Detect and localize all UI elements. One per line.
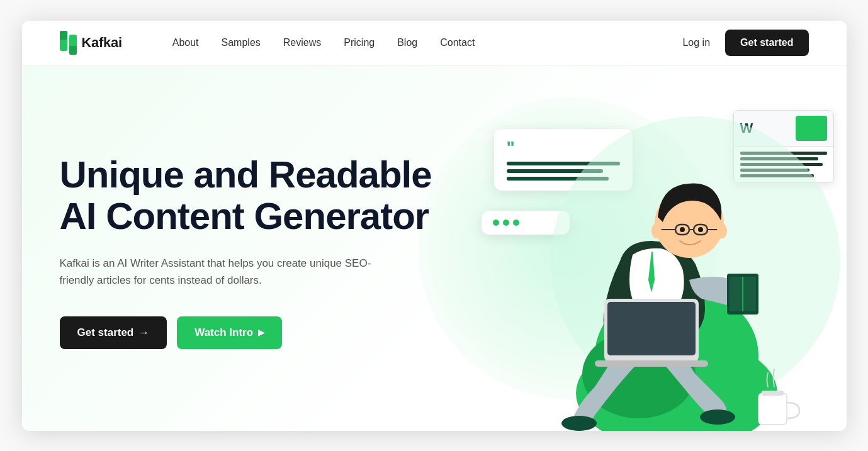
person-svg — [444, 66, 847, 431]
nav-item-blog[interactable]: Blog — [397, 37, 417, 48]
get-started-label: Get started — [77, 326, 134, 339]
watch-intro-button[interactable]: Watch Intro ▶ — [177, 316, 282, 349]
logo-bar-right — [69, 35, 77, 55]
svg-point-4 — [561, 416, 597, 431]
svg-point-18 — [680, 227, 685, 232]
hero-illustration: " W — [444, 66, 847, 431]
play-icon: ▶ — [258, 328, 264, 337]
svg-point-19 — [698, 227, 703, 232]
hero-content: Unique and Readable AI Content Generator… — [60, 104, 437, 349]
nav-link-samples[interactable]: Samples — [222, 37, 261, 48]
nav-item-samples[interactable]: Samples — [222, 37, 261, 48]
get-started-hero-button[interactable]: Get started → — [60, 316, 167, 349]
hero-buttons: Get started → Watch Intro ▶ — [60, 316, 437, 349]
svg-rect-8 — [595, 360, 708, 367]
svg-point-21 — [717, 223, 727, 238]
svg-rect-23 — [762, 391, 784, 396]
nav-link-blog[interactable]: Blog — [397, 37, 417, 48]
logo-icon — [60, 31, 77, 55]
nav-link-reviews[interactable]: Reviews — [283, 37, 321, 48]
nav-item-about[interactable]: About — [172, 37, 199, 48]
login-button[interactable]: Log in — [682, 37, 710, 48]
svg-point-20 — [651, 223, 662, 238]
browser-window: Kafkai About Samples Reviews Pricing Blo… — [22, 21, 847, 431]
nav-links: About Samples Reviews Pricing Blog Conta… — [172, 37, 475, 48]
get-started-nav-button[interactable]: Get started — [725, 30, 808, 56]
svg-rect-7 — [607, 302, 696, 355]
svg-rect-22 — [758, 393, 787, 425]
logo-bar-left — [60, 31, 67, 51]
logo-text: Kafkai — [82, 35, 122, 51]
hero-description: Kafkai is an AI Writer Assistant that he… — [60, 255, 375, 289]
nav-item-contact[interactable]: Contact — [440, 37, 475, 48]
watch-intro-label: Watch Intro — [194, 326, 253, 339]
nav-link-about[interactable]: About — [172, 37, 199, 48]
logo[interactable]: Kafkai — [60, 31, 122, 55]
arrow-icon: → — [138, 326, 149, 339]
nav-item-pricing[interactable]: Pricing — [344, 37, 375, 48]
nav-link-contact[interactable]: Contact — [440, 37, 475, 48]
nav-actions: Log in Get started — [682, 30, 808, 56]
svg-point-5 — [700, 409, 735, 425]
hero-section: Unique and Readable AI Content Generator… — [22, 66, 847, 431]
navbar: Kafkai About Samples Reviews Pricing Blo… — [22, 21, 847, 66]
hero-title: Unique and Readable AI Content Generator — [60, 154, 437, 237]
nav-link-pricing[interactable]: Pricing — [344, 37, 375, 48]
nav-item-reviews[interactable]: Reviews — [283, 37, 321, 48]
